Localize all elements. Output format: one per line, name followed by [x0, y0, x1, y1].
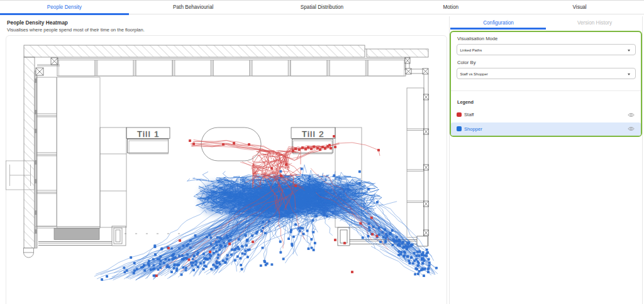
svg-text:Till 1: Till 1	[137, 129, 160, 139]
svg-text:Till 2: Till 2	[302, 129, 325, 139]
